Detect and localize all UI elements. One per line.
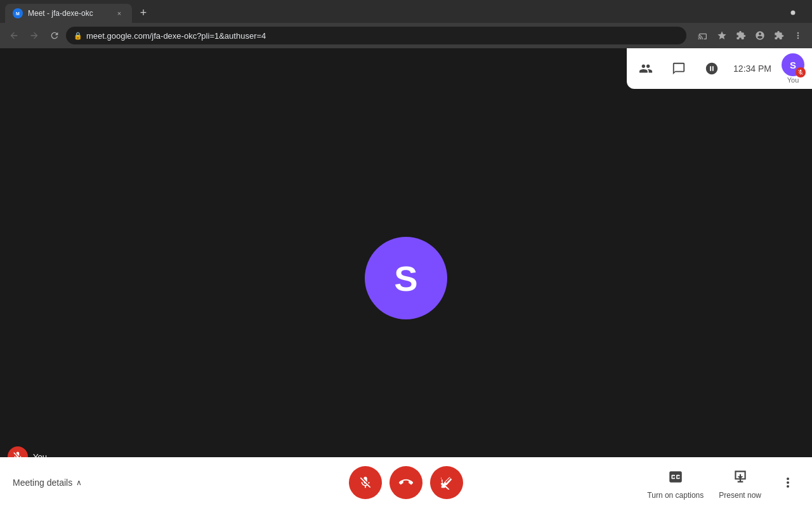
captions-button[interactable]: Turn on captions <box>647 465 704 500</box>
forward-button[interactable] <box>25 27 43 44</box>
toggle-camera-button[interactable] <box>430 466 463 499</box>
menu-icon[interactable] <box>789 27 807 44</box>
meeting-details-label: Meeting details <box>13 478 72 488</box>
present-label: Present now <box>719 491 761 500</box>
more-options-button[interactable] <box>776 471 799 494</box>
back-button[interactable] <box>5 27 23 44</box>
controls-right: Turn on captions Present now <box>647 465 799 500</box>
present-now-button[interactable]: Present now <box>719 465 761 500</box>
puzzle-icon[interactable] <box>770 27 788 44</box>
lock-icon: 🔒 <box>74 32 82 40</box>
controls-center <box>349 466 463 499</box>
svg-text:M: M <box>16 11 20 16</box>
chevron-up-icon: ∧ <box>76 478 82 487</box>
tab-title: Meet - jfa-dexe-okc <box>28 9 109 18</box>
bottom-bar: Meeting details ∧ T <box>0 457 812 508</box>
new-tab-button[interactable]: + <box>134 4 152 22</box>
reload-button[interactable] <box>46 27 63 44</box>
user-avatar-container: S You <box>782 53 804 84</box>
toolbar-icons <box>694 27 807 44</box>
star-icon[interactable] <box>713 27 731 44</box>
profile-icon[interactable] <box>751 27 769 44</box>
muted-badge <box>796 67 806 77</box>
screen-cast-icon[interactable] <box>694 27 712 44</box>
chat-button[interactable] <box>667 57 690 80</box>
tab-favicon: M <box>13 8 23 18</box>
captions-icon <box>664 465 687 488</box>
active-tab[interactable]: M Meet - jfa-dexe-okc × <box>5 4 132 23</box>
captions-label: Turn on captions <box>647 491 704 500</box>
end-call-button[interactable] <box>390 466 422 499</box>
minimize-icon[interactable] <box>784 4 802 22</box>
meet-toolbar: 12:34 PM S You <box>627 48 812 89</box>
meet-container: 12:34 PM S You S You Meeting details ∧ <box>0 48 812 508</box>
tab-bar: M Meet - jfa-dexe-okc × + <box>0 0 812 23</box>
extensions-icon[interactable] <box>732 27 750 44</box>
main-video-area: S <box>0 48 812 508</box>
activities-button[interactable] <box>700 57 723 80</box>
meeting-time: 12:34 PM <box>733 64 771 74</box>
svg-point-2 <box>791 11 796 15</box>
mute-microphone-button[interactable] <box>349 466 382 499</box>
speaker-avatar: S <box>365 237 447 319</box>
url-bar[interactable]: 🔒 meet.google.com/jfa-dexe-okc?pli=1&aut… <box>66 27 686 44</box>
address-bar: 🔒 meet.google.com/jfa-dexe-okc?pli=1&aut… <box>0 23 812 48</box>
participants-button[interactable] <box>634 57 657 80</box>
url-text: meet.google.com/jfa-dexe-okc?pli=1&authu… <box>86 31 679 41</box>
user-avatar[interactable]: S <box>782 53 804 76</box>
meeting-details[interactable]: Meeting details ∧ <box>13 478 82 488</box>
tab-close-button[interactable]: × <box>114 8 124 18</box>
present-icon <box>729 465 752 488</box>
browser-controls-right <box>784 4 807 22</box>
user-label: You <box>787 76 799 84</box>
